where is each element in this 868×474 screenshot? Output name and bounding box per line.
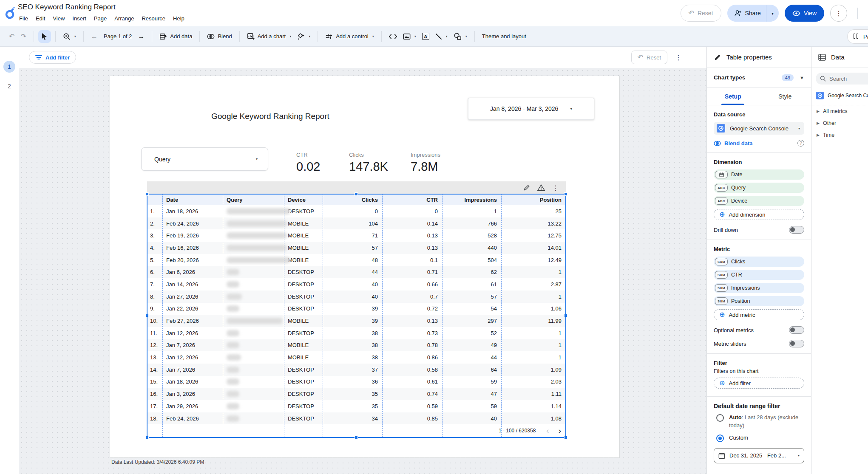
share-main[interactable]: Share [727, 5, 766, 22]
menu-insert[interactable]: Insert [68, 14, 90, 23]
selection-handle[interactable] [355, 192, 358, 196]
drill-down-toggle[interactable] [789, 226, 804, 234]
selection-handle[interactable] [564, 192, 567, 196]
report-canvas[interactable]: Google Keyword Ranking Report Jan 8, 202… [19, 68, 706, 474]
help-icon[interactable]: ? [797, 140, 804, 147]
column-header-device[interactable]: Device [284, 197, 323, 203]
insert-line-button[interactable]: ▾ [432, 31, 451, 42]
scorecard-ctr[interactable]: CTR0.02 [296, 152, 349, 174]
custom-date-range-select[interactable]: Dec 31, 2025 - Feb 2... ▾ [714, 448, 804, 463]
dimension-chip-query[interactable]: ABCQuery [714, 183, 804, 193]
add-filter-chart-button[interactable]: ⊕ Add filter [714, 378, 804, 389]
menu-page[interactable]: Page [90, 14, 111, 23]
table-row[interactable]: 10.Feb 27, 2026MOBILE390.1329711.99 [147, 315, 566, 327]
zoom-tool-button[interactable]: ▾ [60, 31, 79, 42]
reset-button[interactable]: ↶ Reset [681, 5, 721, 22]
table-row[interactable]: 1.Jan 18, 2026DESKTOP00125 [147, 205, 566, 217]
page-thumb-1[interactable]: 1 [3, 61, 15, 73]
table-row[interactable]: 18.Feb 24, 2026DESKTOP340.85401.08 [147, 412, 566, 425]
column-header-date[interactable]: Date [162, 197, 223, 203]
report-page[interactable]: Google Keyword Ranking Report Jan 8, 202… [110, 76, 620, 458]
add-control-button[interactable]: Add a control ▾ [322, 31, 377, 42]
selection-handle[interactable] [564, 314, 567, 317]
page-thumb-2[interactable]: 2 [3, 80, 15, 92]
canvas-more-options-button[interactable]: ⋮ [675, 54, 682, 62]
table-kebab-icon[interactable]: ⋮ [552, 184, 559, 192]
menu-view[interactable]: View [49, 14, 68, 23]
column-header-clicks[interactable]: Clicks [323, 197, 382, 203]
select-tool-button[interactable] [38, 30, 51, 43]
selection-handle[interactable] [145, 192, 149, 196]
menu-edit[interactable]: Edit [32, 14, 49, 23]
add-chart-button[interactable]: Add a chart ▾ [244, 31, 295, 42]
custom-date-option[interactable]: Custom [714, 434, 804, 442]
table-row[interactable]: 13.Jan 12, 2026MOBILE380.86441 [147, 351, 566, 364]
menu-resource[interactable]: Resource [138, 14, 169, 23]
edit-pencil-icon[interactable] [523, 184, 530, 191]
more-options-button[interactable]: ⋮ [830, 5, 847, 22]
expand-arrow-icon[interactable]: ▶ [817, 133, 820, 137]
table-row[interactable]: 15.Jan 18, 2026DESKTOP360.61592.03 [147, 376, 566, 388]
selection-handle[interactable] [355, 436, 358, 439]
scorecard-clicks[interactable]: Clicks147.8K [349, 152, 411, 174]
column-header-ctr[interactable]: CTR [382, 197, 442, 203]
date-range-control[interactable]: Jan 8, 2026 - Mar 3, 2026 ▾ [468, 98, 594, 120]
selection-handle[interactable] [145, 436, 149, 439]
tab-setup[interactable]: Setup [707, 87, 759, 105]
column-header-impressions[interactable]: Impressions [442, 197, 501, 203]
column-header-position[interactable]: Position [501, 197, 566, 203]
table-row[interactable]: 17.Jan 29, 2026DESKTOP350.59591.14 [147, 400, 566, 412]
optional-metrics-toggle[interactable] [789, 326, 804, 334]
table-row[interactable]: 16.Jan 3, 2026DESKTOP350.74471.11 [147, 388, 566, 400]
metric-chip-impressions[interactable]: SUMImpressions [714, 283, 804, 293]
insert-image-button[interactable]: ▾ [400, 31, 419, 42]
selection-handle[interactable] [145, 314, 149, 317]
add-dimension-button[interactable]: ⊕ Add dimension [714, 209, 804, 220]
table-row[interactable]: 7.Jan 14, 2026DESKTOP400.66612.87 [147, 278, 566, 291]
data-panel-source[interactable]: Google Search Con [811, 85, 868, 105]
insert-text-button[interactable]: A [419, 31, 432, 42]
tree-item-all-metrics[interactable]: ▶All metrics [811, 105, 868, 117]
pagination-prev-button[interactable]: ‹ [542, 426, 553, 435]
warning-icon[interactable] [537, 184, 545, 191]
community-visualizations-button[interactable]: ▾ [294, 31, 313, 42]
insert-shape-button[interactable]: ▾ [451, 31, 470, 42]
blend-data-link[interactable]: Blend data [724, 140, 752, 147]
selection-handle[interactable] [564, 436, 567, 439]
metric-chip-clicks[interactable]: SUMClicks [714, 257, 804, 267]
pagination-next-button[interactable]: › [554, 426, 566, 435]
expand-arrow-icon[interactable]: ▶ [817, 109, 820, 113]
radio-selected-icon[interactable] [716, 434, 724, 442]
tree-item-time[interactable]: ▶Time [811, 129, 868, 141]
metric-chip-position[interactable]: SUMPosition [714, 296, 804, 306]
tree-item-other[interactable]: ▶Other [811, 117, 868, 129]
data-search[interactable] [816, 73, 868, 85]
metric-chip-ctr[interactable]: SUMCTR [714, 270, 804, 280]
auto-date-option[interactable]: Auto: Last 28 days (exclude today) [714, 414, 804, 430]
table-row[interactable]: 11.Jan 12, 2026DESKTOP380.73521 [147, 327, 566, 339]
pause-updates-button[interactable]: Pa [847, 29, 868, 44]
share-button[interactable]: Share ▾ [727, 5, 779, 22]
next-page-button[interactable]: → [135, 31, 148, 42]
table-row[interactable]: 5.Feb 20, 2026MOBILE480.150412.49 [147, 254, 566, 266]
view-button[interactable]: View [785, 5, 824, 22]
add-data-button[interactable]: Add data [156, 31, 195, 42]
table-row[interactable]: 3.Feb 19, 2026MOBILE710.1352812.75 [147, 229, 566, 242]
previous-page-button[interactable]: ← [88, 31, 101, 42]
table-row[interactable]: 12.Jan 7, 2026MOBILE380.78491 [147, 339, 566, 352]
radio-unselected-icon[interactable] [716, 414, 724, 422]
metric-sliders-toggle[interactable] [789, 340, 804, 347]
table-row[interactable]: 14.Jan 7, 2026DESKTOP370.58641.09 [147, 364, 566, 376]
data-source-select[interactable]: Google Search Console ▾ [714, 122, 804, 135]
chevron-down-icon[interactable]: ▼ [800, 75, 804, 80]
table-row[interactable]: 8.Jan 27, 2026DESKTOP400.7571 [147, 291, 566, 303]
theme-and-layout-button[interactable]: Theme and layout [479, 31, 529, 42]
tab-style[interactable]: Style [759, 87, 811, 105]
embed-url-button[interactable] [386, 31, 400, 42]
chart-types-row[interactable]: Chart types 49 ▼ [707, 68, 811, 87]
data-table[interactable]: DateQueryDeviceClicksCTRImpressionsPosit… [147, 194, 566, 437]
redo-button[interactable]: ↷ [17, 31, 29, 42]
table-row[interactable]: 9.Jan 22, 2026DESKTOP390.72541.06 [147, 303, 566, 315]
reset-filters-button[interactable]: ↶ Reset [631, 51, 667, 64]
blend-button[interactable]: Blend [204, 31, 235, 42]
